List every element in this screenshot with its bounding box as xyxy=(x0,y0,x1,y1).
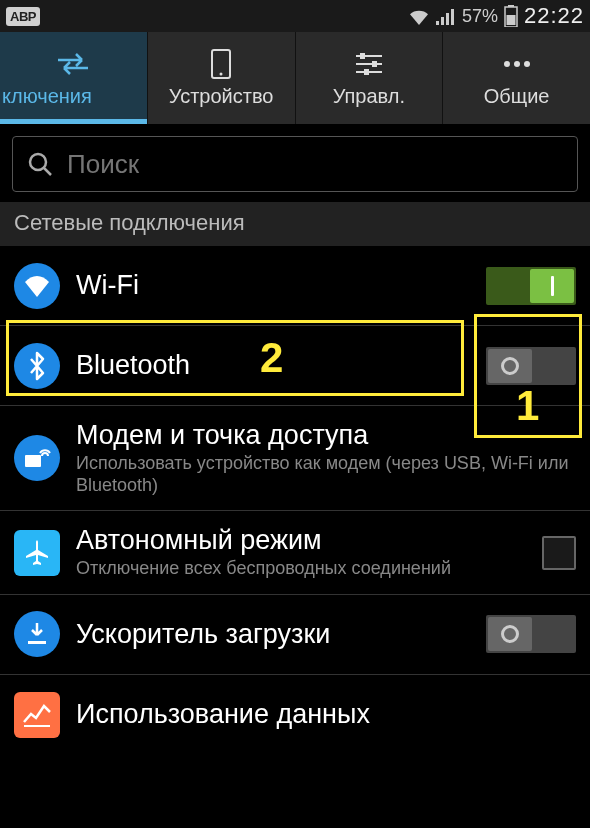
row-subtitle: Отключение всех беспроводных соединений xyxy=(76,558,532,580)
tab-general[interactable]: Общие xyxy=(443,32,590,124)
tab-label: Управл. xyxy=(296,85,443,108)
search-icon xyxy=(27,151,53,177)
row-wifi[interactable]: Wi-Fi xyxy=(0,246,590,326)
row-title: Ускоритель загрузки xyxy=(76,619,476,650)
status-icons: 57% 22:22 xyxy=(408,3,584,29)
svg-rect-2 xyxy=(506,15,515,25)
svg-point-10 xyxy=(524,61,530,67)
tab-label: Общие xyxy=(443,85,590,108)
svg-rect-7 xyxy=(364,69,369,75)
svg-point-4 xyxy=(220,72,223,75)
bluetooth-toggle[interactable] xyxy=(486,347,576,385)
svg-rect-6 xyxy=(372,61,377,67)
row-title: Bluetooth xyxy=(76,350,476,381)
bluetooth-icon xyxy=(14,343,60,389)
connections-icon xyxy=(56,49,90,79)
chart-icon xyxy=(14,692,60,738)
wifi-icon xyxy=(14,263,60,309)
section-header-network: Сетевые подключения xyxy=(0,202,590,246)
sliders-icon xyxy=(354,49,384,79)
device-icon xyxy=(211,49,231,79)
tab-device[interactable]: Устройство xyxy=(148,32,296,124)
svg-rect-5 xyxy=(360,53,365,59)
more-icon xyxy=(502,49,532,79)
airplane-checkbox[interactable] xyxy=(542,536,576,570)
tab-label: ключения xyxy=(0,85,147,108)
clock: 22:22 xyxy=(524,3,584,29)
svg-point-11 xyxy=(30,154,46,170)
hotspot-icon xyxy=(14,435,60,481)
svg-rect-14 xyxy=(28,641,46,644)
row-airplane[interactable]: Автономный режим Отключение всех беспров… xyxy=(0,511,590,595)
tab-controls[interactable]: Управл. xyxy=(296,32,444,124)
svg-point-8 xyxy=(504,61,510,67)
row-download-booster[interactable]: Ускоритель загрузки xyxy=(0,595,590,675)
airplane-icon xyxy=(14,530,60,576)
signal-icon xyxy=(436,7,456,25)
tab-connections[interactable]: ключения xyxy=(0,32,148,124)
svg-line-12 xyxy=(44,168,51,175)
row-title: Wi-Fi xyxy=(76,270,476,301)
row-tethering[interactable]: Модем и точка доступа Использовать устро… xyxy=(0,406,590,511)
settings-tabs: ключения Устройство Управл. Общие xyxy=(0,32,590,124)
row-bluetooth[interactable]: Bluetooth xyxy=(0,326,590,406)
search-input[interactable] xyxy=(67,149,563,180)
svg-point-9 xyxy=(514,61,520,67)
tab-label: Устройство xyxy=(148,85,295,108)
battery-icon xyxy=(504,5,518,27)
row-title: Автономный режим xyxy=(76,525,532,556)
booster-toggle[interactable] xyxy=(486,615,576,653)
wifi-toggle[interactable] xyxy=(486,267,576,305)
row-subtitle: Использовать устройство как модем (через… xyxy=(76,453,576,496)
search-field[interactable] xyxy=(12,136,578,192)
row-data-usage[interactable]: Использование данных xyxy=(0,675,590,755)
download-icon xyxy=(14,611,60,657)
abp-badge: ABP xyxy=(6,7,40,26)
row-title: Использование данных xyxy=(76,699,576,730)
svg-rect-13 xyxy=(25,455,41,467)
wifi-icon xyxy=(408,7,430,25)
battery-percent: 57% xyxy=(462,6,498,27)
status-bar: ABP 57% 22:22 xyxy=(0,0,590,32)
row-title: Модем и точка доступа xyxy=(76,420,576,451)
